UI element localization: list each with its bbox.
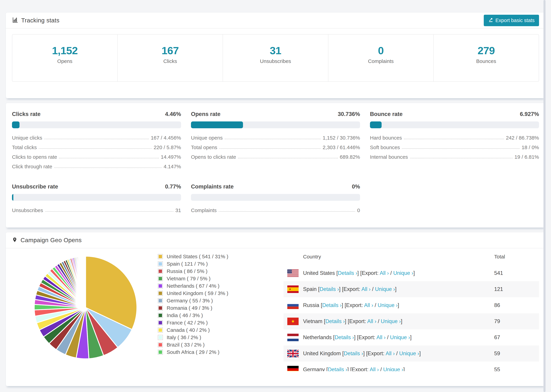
country-column-header: Country — [303, 254, 494, 260]
flag-spain — [287, 286, 299, 293]
export-unique-link[interactable]: Unique › — [383, 366, 403, 371]
export-unique-link[interactable]: Unique › — [378, 302, 398, 308]
row-total: 121 — [494, 286, 535, 292]
unsubscribe-rate-value: 0.77% — [165, 183, 181, 190]
opens-rate-value: 30.736% — [338, 111, 360, 117]
legend-item-spain[interactable]: Spain ( 121 / 7% ) — [158, 260, 240, 267]
clicks-count: 167 — [118, 44, 223, 57]
export-all-link[interactable]: All › — [370, 366, 379, 371]
details-link[interactable]: Details › — [344, 350, 363, 357]
legend-swatch — [158, 305, 163, 311]
legend-item-vietnam[interactable]: Vietnam ( 79 / 5% ) — [158, 275, 240, 282]
bounces-label: Bounces — [434, 58, 539, 64]
legend-swatch — [158, 254, 163, 259]
dashboard-page: Tracking stats Export basic stats 1,152 … — [0, 0, 551, 392]
legend-item-netherlands[interactable]: Netherlands ( 67 / 4% ) — [158, 282, 240, 290]
legend-swatch — [158, 350, 163, 355]
export-unique-link[interactable]: Unique › — [393, 270, 413, 276]
table-row-united-kingdom: United Kingdom [Details ›] [Export: All … — [283, 345, 539, 362]
details-link[interactable]: Details › — [320, 286, 339, 292]
export-icon — [488, 17, 493, 24]
stat-bounces: 279 Bounces — [434, 35, 539, 81]
row-total: 86 — [494, 302, 535, 308]
table-row-united-states: United States [Details ›] [Export: All ›… — [283, 265, 539, 281]
geo-table-header: Country Total — [283, 248, 539, 265]
stat-clicks: 167 Clicks — [118, 35, 223, 81]
clicks-rate-value: 4.46% — [165, 111, 181, 117]
clicks-rate-block: Clicks rate 4.46% Unique clicks167 / 4.4… — [12, 111, 181, 171]
stat-row: Unique clicks167 / 4.456% — [12, 133, 181, 143]
legend-item-india[interactable]: India ( 46 / 3% ) — [158, 312, 240, 319]
geo-pie-chart[interactable] — [33, 254, 139, 361]
export-unique-link[interactable]: Unique › — [381, 318, 401, 324]
row-total: 541 — [494, 270, 535, 276]
legend-swatch — [158, 320, 163, 325]
flag-united-states — [287, 269, 299, 277]
unsubscribes-count: 31 — [223, 44, 328, 57]
bar-chart-icon — [12, 17, 18, 24]
table-row-netherlands: Netherlands [Details ›] [Export: All › /… — [283, 329, 539, 345]
flag-united-kingdom — [287, 350, 299, 357]
opens-rate-bar-fill — [191, 121, 243, 128]
export-basic-stats-label: Export basic stats — [495, 18, 535, 23]
legend-item-italy[interactable]: Italy ( 36 / 2% ) — [158, 334, 240, 341]
legend-item-russia[interactable]: Russia ( 86 / 5% ) — [158, 267, 240, 275]
complaints-rate-bar — [191, 194, 360, 201]
bounce-rate-bar-fill — [370, 121, 381, 128]
complaints-rate-value: 0% — [352, 183, 360, 190]
legend-swatch — [158, 261, 163, 266]
table-row-spain: Spain [Details ›] [Export: All › / Uniqu… — [283, 281, 539, 297]
stat-row: Soft bounces18 / 0% — [370, 143, 539, 152]
export-all-link[interactable]: All › — [367, 318, 376, 324]
legend-swatch — [158, 313, 163, 318]
complaints-rate-title: Complaints rate — [191, 183, 233, 190]
row-total: 55 — [494, 366, 535, 371]
legend-swatch — [158, 276, 163, 281]
stat-row: Opens to clicks rate689.82% — [191, 152, 360, 162]
export-all-link[interactable]: All › — [386, 350, 395, 357]
table-row-russia: Russia [Details ›] [Export: All › / Uniq… — [283, 297, 539, 313]
flag-netherlands — [287, 334, 299, 341]
legend-item-canada[interactable]: Canada ( 40 / 2% ) — [158, 326, 240, 334]
export-unique-link[interactable]: Unique › — [390, 334, 410, 340]
table-row-germany: Germany [Details ›] [Export: All › / Uni… — [283, 362, 539, 371]
legend-swatch — [158, 342, 163, 347]
bounce-rate-bar — [370, 121, 539, 128]
export-all-link[interactable]: All › — [380, 270, 389, 276]
legend-swatch — [158, 298, 163, 303]
opens-count: 1,152 — [12, 44, 117, 57]
complaints-label: Complaints — [328, 58, 433, 64]
legend-item-south-africa[interactable]: South Africa ( 29 / 2% ) — [158, 348, 240, 356]
legend-item-brazil[interactable]: Brazil ( 33 / 2% ) — [158, 341, 240, 348]
details-link[interactable]: Details › — [335, 334, 354, 340]
details-link[interactable]: Details › — [325, 318, 345, 324]
clicks-rate-bar-fill — [12, 121, 20, 128]
legend-item-united-states[interactable]: United States ( 541 / 31% ) — [158, 253, 240, 260]
legend-swatch — [158, 269, 163, 274]
export-unique-link[interactable]: Unique › — [399, 350, 419, 357]
map-pin-icon — [12, 236, 17, 244]
page-scrollbar[interactable] — [544, 0, 545, 392]
stat-row: Clicks to opens rate14.497% — [12, 152, 181, 162]
details-link[interactable]: Details › — [338, 270, 357, 276]
geo-title: Campaign Geo Opens — [21, 237, 82, 244]
export-all-link[interactable]: All › — [376, 334, 386, 340]
opens-rate-title: Opens rate — [191, 111, 220, 117]
legend-item-france[interactable]: France ( 42 / 2% ) — [158, 319, 240, 326]
export-all-link[interactable]: All › — [361, 286, 370, 292]
unsubscribe-rate-title: Unsubscribe rate — [12, 183, 58, 190]
details-link[interactable]: Details › — [322, 302, 342, 308]
total-column-header: Total — [494, 254, 535, 260]
legend-item-united-kingdom[interactable]: United Kingdom ( 59 / 3% ) — [158, 290, 240, 297]
legend-swatch — [158, 328, 163, 333]
tracking-stats-title: Tracking stats — [21, 17, 60, 24]
export-basic-stats-button[interactable]: Export basic stats — [484, 15, 539, 26]
export-all-link[interactable]: All › — [364, 302, 373, 308]
export-unique-link[interactable]: Unique › — [375, 286, 395, 292]
stats-summary-row: 1,152 Opens 167 Clicks 31 Unsubscribes 0… — [12, 34, 539, 82]
opens-rate-block: Opens rate 30.736% Unique opens1,152 / 3… — [191, 111, 360, 171]
legend-item-germany[interactable]: Germany ( 55 / 3% ) — [158, 297, 240, 304]
details-link[interactable]: Details › — [328, 366, 347, 371]
row-total: 59 — [494, 350, 535, 357]
legend-item-romania[interactable]: Romania ( 49 / 3% ) — [158, 304, 240, 312]
